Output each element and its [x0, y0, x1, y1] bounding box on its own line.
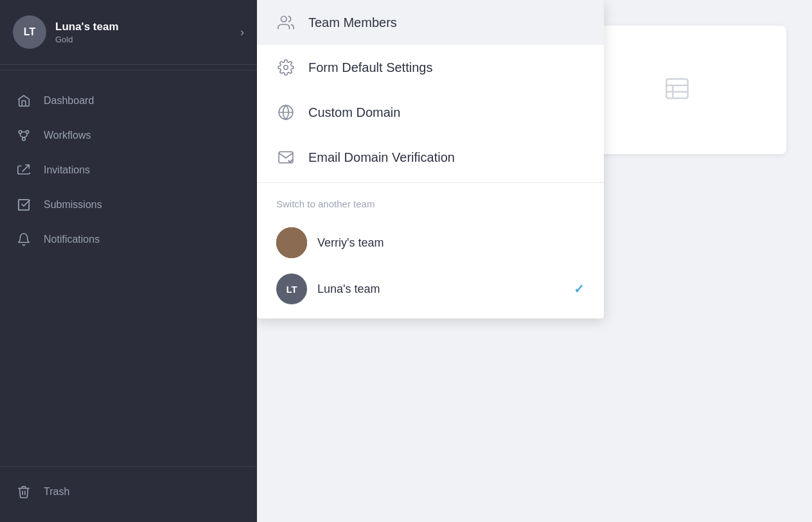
svg-rect-3 [19, 200, 30, 211]
settings-icon [276, 58, 296, 77]
sidebar-item-label-invitations: Invitations [44, 164, 90, 176]
menu-item-label-email-domain-verification: Email Domain Verification [308, 150, 455, 165]
email-verify-icon [276, 148, 296, 167]
sidebar-item-trash[interactable]: Trash [0, 474, 257, 509]
svg-point-2 [22, 137, 26, 141]
dropdown-menu: Team Members Form Default Settings Cu [257, 0, 604, 318]
sidebar-item-label-dashboard: Dashboard [44, 95, 94, 107]
globe-icon [276, 103, 296, 122]
invitations-icon [15, 162, 32, 178]
menu-item-form-default-settings[interactable]: Form Default Settings [257, 45, 604, 90]
verriy-avatar [276, 227, 307, 258]
team-option-verriy[interactable]: Verriy's team [276, 220, 585, 266]
menu-item-label-team-members: Team Members [308, 15, 397, 30]
svg-point-9 [284, 65, 288, 70]
workflows-icon [15, 127, 32, 144]
switch-team-label: Switch to another team [276, 198, 585, 209]
menu-item-custom-domain[interactable]: Custom Domain [257, 90, 604, 135]
luna-avatar: LT [276, 274, 307, 304]
submissions-icon [15, 196, 32, 213]
team-header[interactable]: LT Luna's team Gold › [0, 0, 257, 65]
sidebar-bottom: Trash [0, 466, 257, 522]
sidebar-item-label-submissions: Submissions [44, 199, 102, 211]
team-plan: Gold [55, 35, 240, 44]
avatar: LT [13, 15, 46, 49]
sidebar-item-workflows[interactable]: Workflows [0, 118, 257, 153]
checkmark-icon: ✓ [574, 281, 585, 297]
chevron-right-icon: › [240, 26, 244, 39]
bell-icon [15, 231, 32, 248]
switch-team-section: Switch to another team Verriy's team LT … [257, 186, 604, 318]
menu-item-label-custom-domain: Custom Domain [308, 105, 400, 120]
verriy-team-name: Verriy's team [317, 236, 585, 250]
svg-rect-4 [666, 79, 687, 98]
sidebar-item-label-trash: Trash [44, 486, 69, 498]
sidebar-item-invitations[interactable]: Invitations [0, 153, 257, 187]
team-option-luna[interactable]: LT Luna's team ✓ [276, 266, 585, 312]
team-info: Luna's team Gold [55, 21, 240, 44]
menu-item-team-members[interactable]: Team Members [257, 0, 604, 45]
team-icon [276, 13, 296, 32]
sidebar-item-notifications[interactable]: Notifications [0, 222, 257, 257]
main-nav: Dashboard Workflows Invitations Submissi… [0, 76, 257, 466]
luna-team-name: Luna's team [317, 283, 563, 296]
sidebar-divider-top [0, 70, 257, 71]
sidebar-item-dashboard[interactable]: Dashboard [0, 83, 257, 118]
menu-item-label-form-default-settings: Form Default Settings [308, 60, 432, 75]
menu-item-email-domain-verification[interactable]: Email Domain Verification [257, 135, 604, 180]
menu-divider [257, 182, 604, 183]
svg-point-8 [281, 16, 287, 22]
team-name: Luna's team [55, 21, 240, 33]
sidebar: LT Luna's team Gold › Dashboard Workflow… [0, 0, 257, 522]
sidebar-item-submissions[interactable]: Submissions [0, 187, 257, 222]
main-content: Team Members Form Default Settings Cu [257, 0, 812, 522]
table-icon [664, 76, 690, 104]
trash-icon [15, 483, 32, 500]
sidebar-item-label-workflows: Workflows [44, 130, 91, 141]
sidebar-item-label-notifications: Notifications [44, 234, 100, 245]
home-icon [15, 92, 32, 109]
